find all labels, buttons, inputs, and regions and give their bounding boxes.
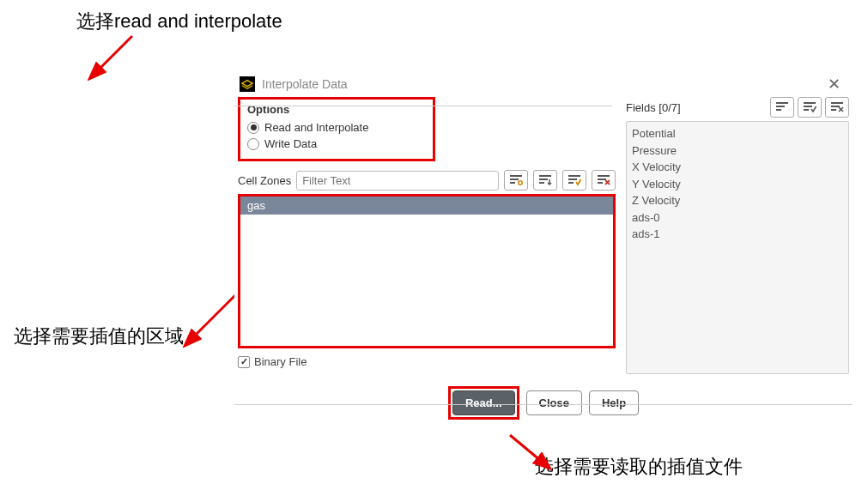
field-item[interactable]: ads-0 xyxy=(632,209,843,227)
field-item[interactable]: X Velocity xyxy=(632,159,843,176)
arrow-bottom xyxy=(503,428,555,471)
svg-line-2 xyxy=(510,435,541,461)
deselect-all-button[interactable] xyxy=(592,170,616,191)
select-all-button[interactable] xyxy=(562,170,586,191)
button-row: Read... Close Help xyxy=(234,374,853,427)
binary-file-label: Binary File xyxy=(254,355,307,368)
fields-label: Fields [0/7] xyxy=(626,101,767,114)
cell-zones-list[interactable]: gas xyxy=(238,194,616,348)
field-item[interactable]: Potential xyxy=(632,125,843,142)
annotation-bottom: 选择需要读取的插值文件 xyxy=(535,454,743,480)
arrow-top xyxy=(88,29,139,81)
binary-file-checkbox[interactable]: Binary File xyxy=(238,355,616,368)
fields-select-all-button[interactable] xyxy=(798,97,822,118)
help-button[interactable]: Help xyxy=(589,390,639,415)
radio-write-data[interactable]: Write Data xyxy=(247,136,426,152)
dialog-title: Interpolate Data xyxy=(262,77,348,91)
radio-icon xyxy=(247,122,259,134)
titlebar: Interpolate Data ✕ xyxy=(234,71,853,97)
annotation-left: 选择需要插值的区域 xyxy=(14,324,184,349)
field-item[interactable]: Pressure xyxy=(632,142,843,160)
cell-zones-filter[interactable] xyxy=(296,171,499,191)
radio-read-interpolate[interactable]: Read and Interpolate xyxy=(247,119,426,136)
sort-button[interactable] xyxy=(533,170,557,191)
fields-deselect-all-button[interactable] xyxy=(825,97,849,118)
separator xyxy=(234,106,612,106)
radio-label: Read and Interpolate xyxy=(264,121,368,134)
svg-point-3 xyxy=(519,181,522,185)
close-button[interactable]: ✕ xyxy=(821,75,847,94)
field-item[interactable]: ads-1 xyxy=(632,226,843,243)
fields-header: Fields [0/7] xyxy=(626,97,849,118)
fields-sort-button[interactable] xyxy=(770,97,794,118)
close-dialog-button[interactable]: Close xyxy=(526,390,582,415)
separator xyxy=(234,404,853,405)
read-button-highlight: Read... xyxy=(448,386,519,420)
checkbox-icon xyxy=(238,356,250,368)
cell-zones-label: Cell Zones xyxy=(238,174,291,187)
filter-button[interactable] xyxy=(504,170,528,191)
fields-list[interactable]: Potential Pressure X Velocity Y Velocity… xyxy=(626,121,849,374)
cell-zone-item[interactable]: gas xyxy=(240,197,613,215)
options-group: Options Read and Interpolate Write Data xyxy=(238,97,435,161)
cell-zones-header: Cell Zones xyxy=(238,170,616,191)
radio-icon xyxy=(247,138,259,150)
field-item[interactable]: Y Velocity xyxy=(632,176,843,193)
radio-label: Write Data xyxy=(264,137,317,150)
app-icon xyxy=(240,76,255,92)
field-item[interactable]: Z Velocity xyxy=(632,192,843,209)
read-button[interactable]: Read... xyxy=(452,390,515,415)
svg-line-0 xyxy=(98,36,132,70)
dialog-interpolate-data: Interpolate Data ✕ Options Read and Inte… xyxy=(234,71,853,427)
